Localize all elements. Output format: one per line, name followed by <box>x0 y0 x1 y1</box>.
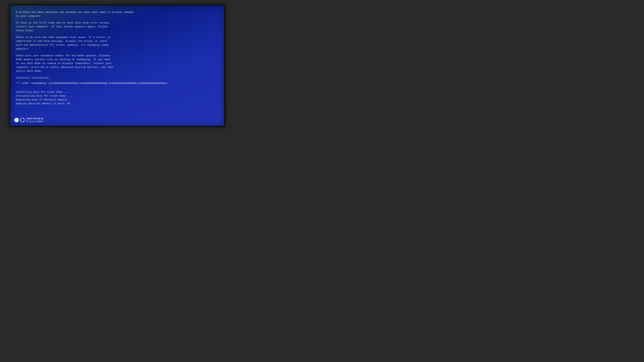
bios-paragraph: Check with your hardware vendor for any … <box>16 54 218 73</box>
watermark-line2: MI DUAL CAMERA <box>26 120 44 123</box>
disk-line2: identified in the Stop message, disable … <box>16 40 107 43</box>
bios-line5: select Safe Mode. <box>16 70 42 72</box>
watermark-line1: SHOT ON MI A1 <box>26 117 44 120</box>
stop-code: *** STOP: 0x0000001E (0x0000000000000000… <box>16 81 218 85</box>
bios-line4: computer, press F8 to select Advanced St… <box>16 66 114 69</box>
disk-line3: with the manufacturer for driver updates… <box>16 44 109 46</box>
bsod-screen: A problem has been detected and windows … <box>10 5 224 126</box>
bios-line3: to use Safe Mode to remove or disable co… <box>16 62 112 65</box>
camera-icons <box>14 118 25 122</box>
technical-section: Technical information: <box>16 76 218 80</box>
first-time-line3: these steps: <box>16 29 34 32</box>
bios-line1: Check with your hardware vendor for any … <box>16 54 110 57</box>
crash-line2: Initializing disk for crash dump ... <box>16 94 218 98</box>
first-time-paragraph: If this is the first time you've seen th… <box>16 21 218 32</box>
watermark: SHOT ON MI A1 MI DUAL CAMERA <box>14 117 44 123</box>
bios-line2: BIOS memory options such as caching or s… <box>16 58 110 61</box>
first-time-line1: If this is the first time you've seen th… <box>16 21 110 24</box>
disk-space-paragraph: Check to be sure you have adequate disk … <box>16 35 218 51</box>
crash-dump-section: Collecting data for crash dump ... Initi… <box>16 90 218 105</box>
crash-line1: Collecting data for crash dump ... <box>16 90 218 94</box>
watermark-text: SHOT ON MI A1 MI DUAL CAMERA <box>26 117 44 123</box>
crash-line3: Beginning dump of physical memory. <box>16 98 218 102</box>
camera-outline-icon <box>20 118 25 122</box>
first-time-line2: restart your computer. If this screen ap… <box>16 25 107 28</box>
crash-line4: Dumping physical memory to disk: 36 <box>16 102 218 105</box>
disk-line4: adapters. <box>16 47 30 50</box>
camera-filled-icon <box>14 118 19 122</box>
disk-line1: Check to be sure you have adequate disk … <box>16 36 110 39</box>
intro-line2: to your computer. <box>16 15 42 17</box>
intro-paragraph: A problem has been detected and windows … <box>16 10 218 18</box>
stop-code-text: *** STOP: 0x0000001E (0x0000000000000000… <box>16 82 168 85</box>
technical-label: Technical information: <box>16 76 218 80</box>
bsod-screen-frame: A problem has been detected and windows … <box>9 4 225 127</box>
intro-line1: A problem has been detected and windows … <box>16 11 134 14</box>
